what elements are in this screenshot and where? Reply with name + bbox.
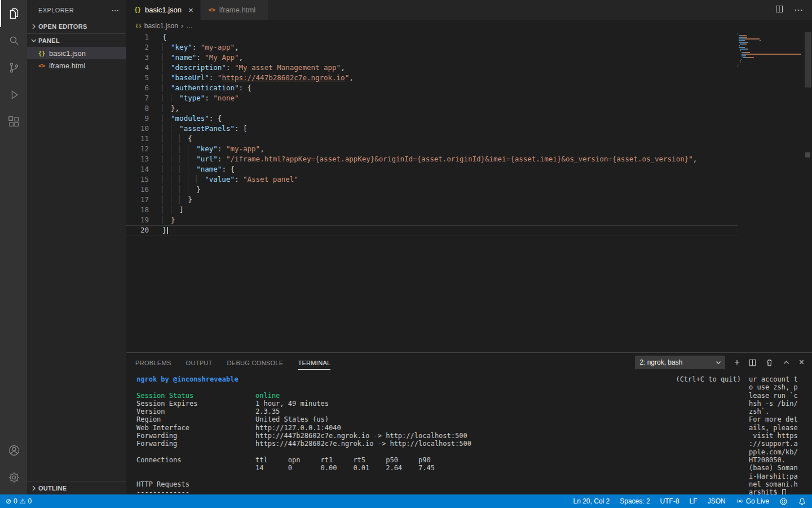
code-line[interactable]: 17 } — [126, 195, 738, 205]
terminal-line: HTTP Requests — [136, 480, 741, 488]
html-file-icon: <> — [208, 7, 217, 13]
tab-terminal[interactable]: TERMINAL — [298, 356, 330, 370]
editor-scrollbar[interactable] — [804, 32, 812, 352]
indentation-indicator[interactable]: Spaces: 2 — [620, 497, 650, 505]
activity-source-control-button[interactable] — [0, 54, 27, 81]
code-line[interactable]: 16 } — [126, 185, 738, 195]
code-area[interactable]: 1{2 "key": "my-app",3 "name": "My App",4… — [126, 32, 738, 235]
outline-section[interactable]: OUTLINE — [27, 481, 126, 494]
outline-label: OUTLINE — [38, 485, 67, 492]
files-icon — [7, 7, 21, 20]
open-editors-section[interactable]: OPEN EDITORS — [27, 20, 126, 33]
run-debug-icon — [7, 88, 21, 102]
file-name: basic1.json — [49, 49, 86, 58]
notifications-button[interactable] — [798, 497, 806, 506]
chevron-down-icon — [714, 358, 722, 366]
breadcrumb-file[interactable]: basic1.json — [144, 22, 178, 30]
activity-search-button[interactable] — [0, 27, 27, 54]
code-line[interactable]: 5 "baseUrl": "https://447b28602c7e.ngrok… — [126, 73, 738, 83]
close-tab-icon[interactable]: × — [188, 6, 193, 14]
code-line[interactable]: 10 "assetPanels": [ — [126, 124, 738, 134]
accounts-button[interactable] — [0, 437, 27, 464]
warning-count: 0 — [28, 497, 32, 505]
tab-problems[interactable]: PROBLEMS — [135, 356, 171, 370]
terminal-line: Web Interfacehttp://127.0.0.1:4040 — [136, 424, 741, 432]
error-icon: ⊘ — [6, 497, 11, 505]
code-line[interactable]: 15 "value": "Asset panel" — [126, 174, 738, 185]
terminal-line: Connectionsttl opn rt1 rt5 p50 p90 — [136, 456, 741, 464]
gear-icon — [7, 471, 21, 484]
folder-section[interactable]: PANEL — [27, 33, 126, 47]
language-indicator[interactable]: JSON — [708, 497, 726, 505]
file-item-iframe-html[interactable]: <> iframe.html — [27, 59, 126, 72]
split-terminal-icon[interactable] — [748, 358, 757, 367]
scrollbar-thumb[interactable] — [805, 32, 811, 87]
feedback-smiley-icon — [779, 497, 788, 506]
code-line[interactable]: 7 "type": "none" — [126, 93, 738, 103]
code-line[interactable]: 8 }, — [126, 103, 738, 113]
status-bar: ⊘ 0 ⚠ 0 Ln 20, Col 2 Spaces: 2 UTF-8 LF … — [0, 494, 812, 508]
terminal-output[interactable]: ngrok by @inconshreveable(Ctrl+C to quit… — [126, 372, 749, 494]
terminal-line: nel somani.h — [749, 480, 812, 488]
maximize-panel-chevron-up-icon[interactable] — [782, 358, 791, 367]
breadcrumb[interactable]: {} basic1.json › … — [126, 20, 812, 32]
tab-debug-console[interactable]: DEBUG CONSOLE — [227, 356, 284, 370]
more-actions-icon[interactable]: ⋯ — [794, 5, 803, 15]
terminal-line: zsh`. — [749, 408, 812, 415]
more-actions-icon[interactable]: ⋯ — [112, 6, 120, 15]
feedback-button[interactable] — [779, 497, 788, 506]
explorer-sidebar: EXPLORER ⋯ OPEN EDITORS PANEL {} basic1.… — [27, 0, 126, 494]
go-live-label: Go Live — [746, 497, 769, 505]
settings-button[interactable] — [0, 464, 27, 491]
close-panel-icon[interactable]: × — [799, 358, 804, 367]
kill-terminal-trash-icon[interactable] — [765, 358, 774, 367]
terminal-line: Session Statusonline — [136, 392, 741, 400]
code-line[interactable]: 20} — [126, 225, 738, 235]
code-line[interactable]: 12 "key": "my-app", — [126, 144, 738, 154]
minimap[interactable] — [738, 33, 803, 67]
tab-basic1-json[interactable]: {} basic1.json × — [126, 0, 201, 20]
terminal-line: HT208050. — [749, 456, 812, 464]
code-line[interactable]: 14 "name": { — [126, 164, 738, 174]
file-item-basic1-json[interactable]: {} basic1.json — [27, 47, 126, 59]
terminal-line: Session Expires1 hour, 49 minutes — [136, 400, 741, 408]
code-line[interactable]: 3 "name": "My App", — [126, 52, 738, 63]
json-file-icon: {} — [135, 23, 142, 29]
terminal-line: ngrok by @inconshreveable(Ctrl+C to quit… — [136, 375, 741, 383]
scrollbar-marker — [805, 152, 810, 157]
go-live-button[interactable]: Go Live — [736, 497, 769, 505]
activity-run-debug-button[interactable] — [0, 81, 27, 108]
tab-label: basic1.json — [145, 6, 182, 14]
code-line[interactable]: 11 { — [126, 134, 738, 144]
encoding-indicator[interactable]: UTF-8 — [660, 497, 679, 505]
panel-header: PROBLEMS OUTPUT DEBUG CONSOLE TERMINAL 2… — [126, 353, 812, 372]
activity-extensions-button[interactable] — [0, 108, 27, 135]
line-col-indicator[interactable]: Ln 20, Col 2 — [573, 497, 610, 505]
terminal-line: visit https — [749, 432, 812, 440]
code-line[interactable]: 6 "authentication": { — [126, 83, 738, 93]
terminal-line — [136, 448, 741, 456]
terminal-picker-dropdown[interactable]: 2: ngrok, bash — [635, 356, 725, 369]
breadcrumb-more[interactable]: … — [186, 22, 193, 30]
eol-indicator[interactable]: LF — [690, 497, 698, 505]
code-line[interactable]: 19 } — [126, 215, 738, 225]
code-line[interactable]: 4 "description": "My asset Management ap… — [126, 63, 738, 73]
code-line[interactable]: 2 "key": "my-app", — [126, 42, 738, 52]
new-terminal-plus-icon[interactable]: + — [734, 358, 739, 367]
code-line[interactable]: 13 "url": "/iframe.html?appKey={asset.ap… — [126, 154, 738, 164]
code-editor[interactable]: 1{2 "key": "my-app",3 "name": "My App",4… — [126, 32, 812, 352]
terminal-line — [136, 472, 741, 480]
terminal-line — [136, 383, 741, 391]
broadcast-icon — [736, 497, 744, 505]
terminal-line: Forwardinghttp://447b28602c7e.ngrok.io -… — [136, 432, 741, 440]
code-line[interactable]: 18 ] — [126, 205, 738, 215]
tab-output[interactable]: OUTPUT — [186, 356, 213, 370]
problems-indicator[interactable]: ⊘ 0 ⚠ 0 — [6, 497, 32, 505]
activity-explorer-button[interactable] — [0, 0, 27, 27]
terminal-side[interactable]: ur account to use zsh, please run `chsh … — [749, 372, 812, 494]
split-editor-icon[interactable] — [775, 5, 784, 16]
code-line[interactable]: 1{ — [126, 32, 738, 42]
tab-iframe-html[interactable]: <> iframe.html — [201, 0, 268, 20]
terminal-line: lease run `c — [749, 392, 812, 400]
code-line[interactable]: 9 "modules": { — [126, 113, 738, 124]
